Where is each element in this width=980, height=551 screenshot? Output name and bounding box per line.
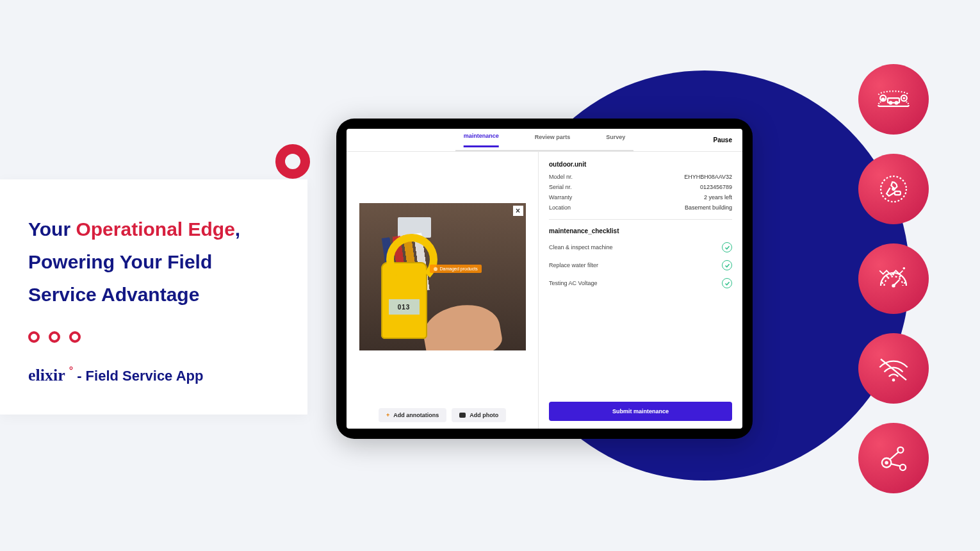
vehicle-tracking-icon bbox=[858, 64, 929, 135]
svg-point-8 bbox=[892, 187, 895, 190]
photo-pane: 013 Damaged products × + Add annotations… bbox=[347, 152, 539, 429]
decorative-dots bbox=[28, 331, 282, 343]
close-icon[interactable]: × bbox=[513, 206, 523, 216]
plus-icon: + bbox=[386, 412, 389, 418]
svg-rect-7 bbox=[895, 192, 901, 195]
brand-degree-icon: ° bbox=[69, 365, 73, 377]
brand-sub: - Field Service App bbox=[77, 368, 203, 384]
checklist-item[interactable]: Clean & inspect machine bbox=[549, 238, 732, 256]
submit-button[interactable]: Submit maintenance bbox=[549, 402, 732, 421]
maintenance-photo: 013 Damaged products × bbox=[359, 203, 526, 350]
unit-key: Location bbox=[549, 204, 571, 211]
add-photo-button[interactable]: Add photo bbox=[452, 408, 506, 422]
check-icon bbox=[722, 260, 732, 270]
svg-point-2 bbox=[903, 97, 906, 99]
check-icon bbox=[722, 278, 732, 288]
unit-value: EHYHBH08AAV32 bbox=[684, 174, 732, 180]
checklist-label: Testing AC Voltage bbox=[549, 280, 598, 286]
headline: Your Operational Edge, Powering Your Fie… bbox=[28, 213, 282, 311]
checklist-label: Clean & inspect machine bbox=[549, 244, 613, 251]
tab-maintenance[interactable]: maintenance bbox=[464, 133, 499, 147]
add-annotations-button[interactable]: + Add annotations bbox=[379, 408, 446, 422]
dashboard-gauge-icon bbox=[858, 243, 929, 314]
brand-name: elixir bbox=[28, 366, 65, 385]
checklist-title: maintenance_checklist bbox=[549, 227, 732, 234]
checklist-label: Replace water filter bbox=[549, 262, 598, 268]
unit-row: Location Basement building bbox=[549, 202, 732, 213]
pause-button[interactable]: Pause bbox=[714, 136, 732, 144]
red-ring-icon bbox=[275, 144, 310, 179]
svg-point-14 bbox=[897, 447, 903, 453]
marketing-card: Your Operational Edge, Powering Your Fie… bbox=[0, 179, 307, 415]
unit-key: Warranty bbox=[549, 194, 572, 201]
tab-bar: maintenance Review parts Survey Pause bbox=[347, 129, 742, 152]
unit-row: Warranty 2 years left bbox=[549, 192, 732, 202]
check-icon bbox=[722, 242, 732, 252]
tab-review-parts[interactable]: Review parts bbox=[535, 134, 571, 147]
offline-wifi-icon bbox=[858, 333, 929, 404]
svg-point-13 bbox=[885, 461, 888, 465]
annotation-tag[interactable]: Damaged products bbox=[430, 265, 482, 273]
unit-value: 2 years left bbox=[704, 194, 732, 201]
camera-icon bbox=[459, 413, 466, 418]
headline-accent: Operational Edge bbox=[76, 218, 234, 240]
svg-point-11 bbox=[892, 379, 895, 382]
service-tools-icon bbox=[858, 154, 929, 224]
tab-survey[interactable]: Survey bbox=[606, 134, 625, 147]
unit-key: Serial nr. bbox=[549, 184, 572, 190]
tablet-device: maintenance Review parts Survey Pause 01… bbox=[336, 119, 753, 439]
unit-value: Basement building bbox=[685, 204, 732, 211]
meter-reading: 013 bbox=[389, 299, 420, 315]
brand-line: elixir° - Field Service App bbox=[28, 366, 282, 385]
checklist-item[interactable]: Replace water filter bbox=[549, 256, 732, 274]
unit-value: 0123456789 bbox=[700, 184, 732, 190]
unit-title: outdoor.unit bbox=[549, 161, 732, 168]
detail-pane: outdoor.unit Model nr. EHYHBH08AAV32 Ser… bbox=[539, 152, 742, 429]
unit-row: Serial nr. 0123456789 bbox=[549, 182, 732, 192]
headline-pre: Your bbox=[28, 218, 76, 240]
hub-network-icon bbox=[858, 423, 929, 493]
feature-icon-column bbox=[858, 64, 929, 493]
unit-row: Model nr. EHYHBH08AAV32 bbox=[549, 172, 732, 182]
add-annotations-label: Add annotations bbox=[393, 412, 439, 418]
unit-key: Model nr. bbox=[549, 174, 573, 180]
svg-point-15 bbox=[900, 465, 906, 470]
tablet-screen: maintenance Review parts Survey Pause 01… bbox=[347, 129, 742, 429]
add-photo-label: Add photo bbox=[470, 412, 498, 418]
svg-point-10 bbox=[903, 267, 906, 270]
checklist-item[interactable]: Testing AC Voltage bbox=[549, 274, 732, 292]
